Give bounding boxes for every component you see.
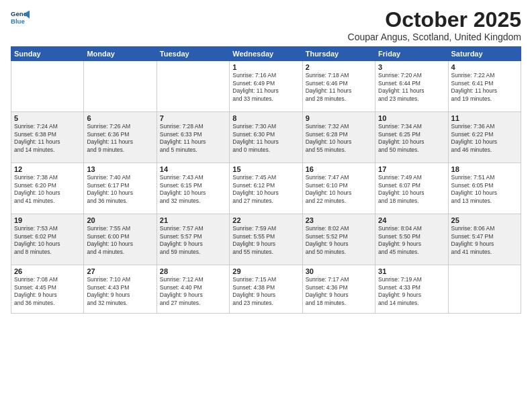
day-info: Sunrise: 7:22 AMSunset: 6:41 PMDaylight:… (451, 72, 518, 103)
day-info: Sunrise: 7:49 AMSunset: 6:07 PMDaylight:… (378, 174, 445, 205)
calendar: Sunday Monday Tuesday Wednesday Thursday… (11, 46, 521, 314)
table-row: 18Sunrise: 7:51 AMSunset: 6:05 PMDayligh… (448, 163, 521, 214)
header-thursday: Thursday (302, 47, 375, 61)
header-sunday: Sunday (11, 47, 84, 61)
day-number: 17 (378, 165, 445, 173)
table-row: 14Sunrise: 7:43 AMSunset: 6:15 PMDayligh… (157, 163, 229, 214)
table-row: 2Sunrise: 7:18 AMSunset: 6:46 PMDaylight… (302, 61, 375, 112)
day-number: 23 (306, 216, 372, 224)
day-number: 6 (87, 114, 153, 122)
day-number: 3 (378, 63, 445, 71)
table-row: 23Sunrise: 8:02 AMSunset: 5:52 PMDayligh… (302, 214, 375, 265)
day-number: 22 (232, 216, 299, 224)
day-info: Sunrise: 7:36 AMSunset: 6:22 PMDaylight:… (451, 123, 518, 154)
day-info: Sunrise: 7:12 AMSunset: 4:40 PMDaylight:… (160, 276, 226, 307)
page: General Blue October 2025 Coupar Angus, … (0, 0, 532, 411)
day-info: Sunrise: 7:17 AMSunset: 4:36 PMDaylight:… (306, 276, 372, 307)
day-number: 21 (160, 216, 226, 224)
table-row: 20Sunrise: 7:55 AMSunset: 6:00 PMDayligh… (84, 214, 157, 265)
day-number: 9 (306, 114, 372, 122)
table-row: 4Sunrise: 7:22 AMSunset: 6:41 PMDaylight… (448, 61, 521, 112)
day-info: Sunrise: 7:16 AMSunset: 6:49 PMDaylight:… (232, 72, 299, 103)
day-info: Sunrise: 7:26 AMSunset: 6:36 PMDaylight:… (87, 123, 153, 154)
day-number: 18 (451, 165, 518, 173)
table-row: 26Sunrise: 7:08 AMSunset: 4:45 PMDayligh… (11, 265, 84, 314)
day-number: 29 (232, 267, 299, 275)
table-row: 11Sunrise: 7:36 AMSunset: 6:22 PMDayligh… (448, 112, 521, 163)
day-info: Sunrise: 7:53 AMSunset: 6:02 PMDaylight:… (14, 225, 81, 256)
table-row: 7Sunrise: 7:28 AMSunset: 6:33 PMDaylight… (157, 112, 229, 163)
day-number: 28 (160, 267, 226, 275)
table-row: 15Sunrise: 7:45 AMSunset: 6:12 PMDayligh… (230, 163, 302, 214)
day-info: Sunrise: 7:20 AMSunset: 6:44 PMDaylight:… (378, 72, 445, 103)
location-title: Coupar Angus, Scotland, United Kingdom (348, 32, 521, 42)
day-info: Sunrise: 7:15 AMSunset: 4:38 PMDaylight:… (232, 276, 299, 307)
day-info: Sunrise: 7:19 AMSunset: 4:33 PMDaylight:… (378, 276, 445, 307)
day-info: Sunrise: 7:51 AMSunset: 6:05 PMDaylight:… (451, 174, 518, 205)
calendar-header-row: Sunday Monday Tuesday Wednesday Thursday… (11, 47, 521, 61)
table-row: 22Sunrise: 7:59 AMSunset: 5:55 PMDayligh… (230, 214, 302, 265)
logo-icon: General Blue (11, 8, 30, 27)
day-number: 11 (451, 114, 518, 122)
day-info: Sunrise: 7:32 AMSunset: 6:28 PMDaylight:… (306, 123, 372, 154)
day-number: 31 (378, 267, 445, 275)
month-title: October 2025 (348, 8, 521, 32)
day-number: 13 (87, 165, 153, 173)
header-friday: Friday (375, 47, 448, 61)
day-number: 5 (14, 114, 81, 122)
table-row: 10Sunrise: 7:34 AMSunset: 6:25 PMDayligh… (375, 112, 448, 163)
day-info: Sunrise: 7:40 AMSunset: 6:17 PMDaylight:… (87, 174, 153, 205)
calendar-week-row: 12Sunrise: 7:38 AMSunset: 6:20 PMDayligh… (11, 163, 521, 214)
day-info: Sunrise: 7:18 AMSunset: 6:46 PMDaylight:… (306, 72, 372, 103)
day-number: 2 (306, 63, 372, 71)
day-number: 27 (87, 267, 153, 275)
day-info: Sunrise: 7:38 AMSunset: 6:20 PMDaylight:… (14, 174, 81, 205)
day-number: 16 (306, 165, 372, 173)
table-row (448, 265, 521, 314)
table-row: 27Sunrise: 7:10 AMSunset: 4:43 PMDayligh… (84, 265, 157, 314)
table-row: 29Sunrise: 7:15 AMSunset: 4:38 PMDayligh… (230, 265, 302, 314)
day-info: Sunrise: 7:59 AMSunset: 5:55 PMDaylight:… (232, 225, 299, 256)
svg-text:Blue: Blue (11, 17, 25, 25)
day-number: 10 (378, 114, 445, 122)
day-info: Sunrise: 7:30 AMSunset: 6:30 PMDaylight:… (232, 123, 299, 154)
day-info: Sunrise: 7:43 AMSunset: 6:15 PMDaylight:… (160, 174, 226, 205)
table-row: 28Sunrise: 7:12 AMSunset: 4:40 PMDayligh… (157, 265, 229, 314)
header-wednesday: Wednesday (230, 47, 302, 61)
table-row (11, 61, 84, 112)
table-row: 25Sunrise: 8:06 AMSunset: 5:47 PMDayligh… (448, 214, 521, 265)
day-info: Sunrise: 8:06 AMSunset: 5:47 PMDaylight:… (451, 225, 518, 256)
header: General Blue October 2025 Coupar Angus, … (11, 8, 521, 42)
day-number: 4 (451, 63, 518, 71)
day-number: 26 (14, 267, 81, 275)
header-tuesday: Tuesday (157, 47, 229, 61)
table-row: 1Sunrise: 7:16 AMSunset: 6:49 PMDaylight… (230, 61, 302, 112)
day-number: 14 (160, 165, 226, 173)
day-info: Sunrise: 8:02 AMSunset: 5:52 PMDaylight:… (306, 225, 372, 256)
day-number: 8 (232, 114, 299, 122)
day-number: 12 (14, 165, 81, 173)
table-row (157, 61, 229, 112)
day-info: Sunrise: 7:47 AMSunset: 6:10 PMDaylight:… (306, 174, 372, 205)
table-row: 13Sunrise: 7:40 AMSunset: 6:17 PMDayligh… (84, 163, 157, 214)
day-info: Sunrise: 8:04 AMSunset: 5:50 PMDaylight:… (378, 225, 445, 256)
calendar-week-row: 5Sunrise: 7:24 AMSunset: 6:38 PMDaylight… (11, 112, 521, 163)
table-row: 8Sunrise: 7:30 AMSunset: 6:30 PMDaylight… (230, 112, 302, 163)
day-info: Sunrise: 7:08 AMSunset: 4:45 PMDaylight:… (14, 276, 81, 307)
table-row: 21Sunrise: 7:57 AMSunset: 5:57 PMDayligh… (157, 214, 229, 265)
header-saturday: Saturday (448, 47, 521, 61)
table-row: 3Sunrise: 7:20 AMSunset: 6:44 PMDaylight… (375, 61, 448, 112)
table-row: 6Sunrise: 7:26 AMSunset: 6:36 PMDaylight… (84, 112, 157, 163)
day-info: Sunrise: 7:10 AMSunset: 4:43 PMDaylight:… (87, 276, 153, 307)
day-number: 30 (306, 267, 372, 275)
table-row: 19Sunrise: 7:53 AMSunset: 6:02 PMDayligh… (11, 214, 84, 265)
calendar-week-row: 19Sunrise: 7:53 AMSunset: 6:02 PMDayligh… (11, 214, 521, 265)
day-info: Sunrise: 7:45 AMSunset: 6:12 PMDaylight:… (232, 174, 299, 205)
title-block: October 2025 Coupar Angus, Scotland, Uni… (348, 8, 521, 42)
day-info: Sunrise: 7:55 AMSunset: 6:00 PMDaylight:… (87, 225, 153, 256)
logo: General Blue (11, 8, 30, 27)
day-number: 25 (451, 216, 518, 224)
day-number: 1 (232, 63, 299, 71)
table-row: 5Sunrise: 7:24 AMSunset: 6:38 PMDaylight… (11, 112, 84, 163)
table-row: 12Sunrise: 7:38 AMSunset: 6:20 PMDayligh… (11, 163, 84, 214)
